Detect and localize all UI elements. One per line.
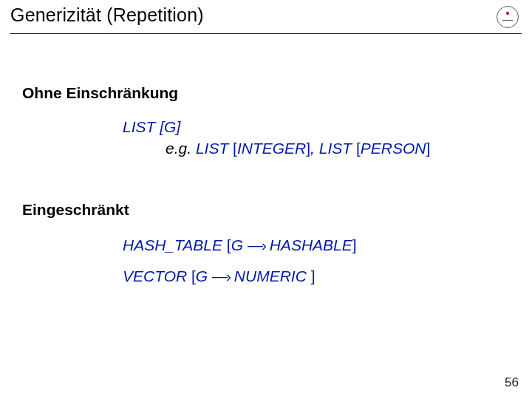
section-constrained: Eingeschränkt xyxy=(22,201,129,219)
bracket: ] xyxy=(176,118,180,135)
page-number: 56 xyxy=(505,375,519,390)
logo-line xyxy=(502,20,513,21)
type-arg: PERSON xyxy=(361,140,426,157)
eg-prefix: e.g. xyxy=(166,140,196,157)
type-name: VECTOR xyxy=(123,267,187,284)
line-hashtable: HASH_TABLE [G —› HASHABLE] xyxy=(123,236,357,254)
type-name: HASH_TABLE xyxy=(123,236,222,253)
type-param: G xyxy=(196,267,208,284)
logo-icon xyxy=(497,6,519,28)
type-name: LIST xyxy=(319,140,352,157)
bound-type: HASHABLE xyxy=(265,236,352,253)
bracket: ] xyxy=(311,267,316,284)
logo-dot xyxy=(506,12,509,15)
type-name: LIST xyxy=(123,118,155,135)
slide: Generizität (Repetition) Ohne Einschränk… xyxy=(0,0,532,399)
line-list: LIST [G] xyxy=(123,118,180,136)
slide-title: Generizität (Repetition) xyxy=(10,4,204,26)
line-vector: VECTOR [G —› NUMERIC ] xyxy=(123,267,316,285)
type-param: G xyxy=(231,236,243,253)
title-row: Generizität (Repetition) xyxy=(10,4,522,34)
sep: , xyxy=(310,140,319,157)
bound-type: NUMERIC xyxy=(230,267,311,284)
type-name: LIST xyxy=(196,140,228,157)
arrow-icon: —› xyxy=(248,236,265,254)
type-param: G xyxy=(164,118,176,135)
type-arg: INTEGER xyxy=(237,140,306,157)
line-example: e.g. LIST [INTEGER], LIST [PERSON] xyxy=(166,140,430,157)
section-unconstrained: Ohne Einschränkung xyxy=(22,84,178,102)
bracket: ] xyxy=(426,140,431,157)
arrow-icon: —› xyxy=(212,267,230,285)
bracket: ] xyxy=(352,236,357,253)
